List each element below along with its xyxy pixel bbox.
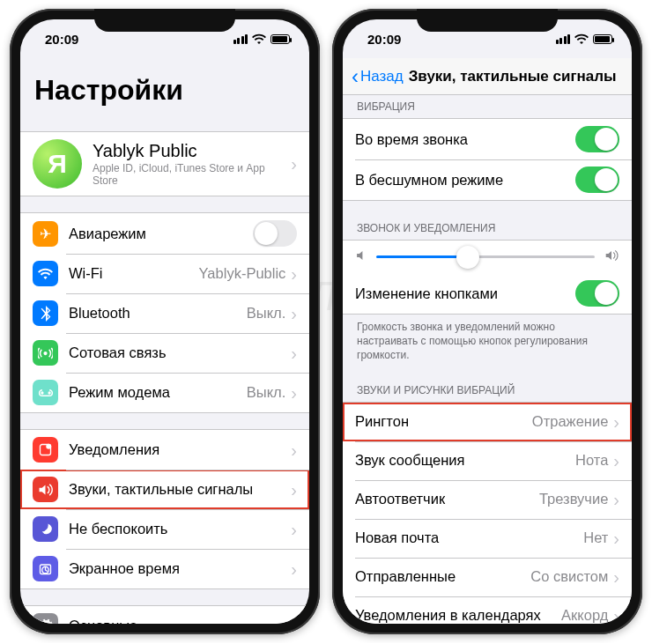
chevron-icon: ›: [613, 413, 619, 431]
airplane-icon: ✈: [33, 221, 58, 247]
volume-low-icon: [355, 249, 367, 264]
header-vibration: ВИБРАЦИЯ: [343, 95, 632, 118]
label-airplane: Авиарежим: [69, 226, 253, 242]
row-notifications[interactable]: Уведомления ›: [20, 430, 309, 470]
apple-id-row[interactable]: Я Yablyk Public Apple ID, iCloud, iTunes…: [20, 132, 309, 196]
svg-point-4: [46, 444, 51, 449]
label-vibrate-ring: Во время звонка: [355, 131, 575, 148]
dnd-icon: [33, 516, 58, 542]
airplane-toggle[interactable]: [253, 220, 297, 247]
row-text-tone[interactable]: Звук сообщения Нота ›: [343, 441, 632, 480]
row-screentime[interactable]: Экранное время ›: [20, 549, 309, 588]
row-airplane[interactable]: ✈ Авиарежим: [20, 213, 309, 254]
label-dnd: Не беспокоить: [69, 521, 291, 537]
row-new-mail[interactable]: Новая почта Нет ›: [343, 519, 632, 558]
label-vibrate-silent: В бесшумном режиме: [355, 172, 575, 189]
label-change-buttons: Изменение кнопками: [355, 285, 575, 302]
chevron-icon: ›: [613, 607, 619, 624]
toggle-change-buttons[interactable]: [575, 280, 619, 307]
chevron-icon: ›: [613, 491, 619, 508]
chevron-icon: ›: [291, 155, 297, 173]
volume-high-icon: [604, 249, 619, 264]
row-ringtone[interactable]: Рингтон Отражение ›: [343, 403, 632, 441]
status-time: 20:09: [367, 32, 401, 47]
chevron-icon: ›: [291, 344, 297, 362]
chevron-icon: ›: [291, 560, 297, 578]
label-sent: Отправленные: [355, 568, 530, 585]
value-voicemail: Трезвучие: [539, 491, 608, 507]
header-patterns: ЗВУКИ И РИСУНКИ ВИБРАЦИЙ: [343, 379, 632, 402]
settings-content[interactable]: Настройки Я Yablyk Public Apple ID, iClo…: [20, 58, 309, 624]
volume-slider-row[interactable]: [343, 241, 632, 273]
row-sounds[interactable]: Звуки, тактильные сигналы ›: [20, 470, 309, 509]
value-mail: Нет: [583, 529, 608, 546]
screen-left: 20:09 Настройки Я Yablyk Public Apple ID…: [20, 19, 309, 624]
avatar: Я: [33, 139, 82, 189]
label-cal: Уведомления в календарях: [355, 607, 561, 624]
cellular-icon: [33, 340, 58, 366]
value-ringtone: Отражение: [532, 413, 608, 430]
label-mail: Новая почта: [355, 529, 583, 546]
svg-point-2: [48, 391, 50, 394]
header-ringer: ЗВОНОК И УВЕДОМЛЕНИЯ: [343, 217, 632, 240]
toggle-vibrate-ring[interactable]: [575, 126, 619, 152]
value-sent: Со свистом: [530, 568, 608, 585]
label-general: Основные: [69, 618, 291, 624]
page-title: Настройки: [20, 58, 309, 115]
value-text: Нота: [575, 452, 608, 469]
label-cell: Сотовая связь: [69, 344, 291, 361]
value-hotspot: Выкл.: [247, 384, 285, 401]
label-bt: Bluetooth: [69, 305, 247, 322]
status-time: 20:09: [45, 32, 78, 47]
svg-point-0: [43, 351, 47, 354]
chevron-icon: ›: [291, 481, 297, 499]
status-right: [556, 33, 613, 44]
hotspot-icon: [33, 380, 58, 405]
notch: [417, 9, 558, 32]
cellular-icon: [556, 34, 571, 44]
row-bluetooth[interactable]: Bluetooth Выкл. ›: [20, 293, 309, 333]
phone-right: 20:09 ‹ Назад Звуки, тактильные сигналы …: [332, 9, 642, 634]
bluetooth-icon: [33, 300, 58, 326]
row-hotspot[interactable]: Режим модема Выкл. ›: [20, 373, 309, 412]
chevron-left-icon: ‹: [352, 64, 359, 89]
svg-point-1: [41, 391, 43, 394]
slider-thumb[interactable]: [456, 246, 479, 269]
apple-id-label: Yablyk Public Apple ID, iCloud, iTunes S…: [93, 141, 291, 187]
row-wifi[interactable]: Wi-Fi Yablyk-Public ›: [20, 254, 309, 293]
chevron-icon: ›: [291, 441, 297, 459]
chevron-icon: ›: [613, 568, 619, 586]
wifi-icon: [574, 33, 589, 44]
sounds-icon: [33, 477, 58, 502]
row-cellular[interactable]: Сотовая связь ›: [20, 333, 309, 373]
chevron-icon: ›: [613, 452, 619, 470]
row-calendar-alerts[interactable]: Уведомления в календарях Аккорд ›: [343, 596, 632, 624]
chevron-icon: ›: [613, 529, 619, 547]
row-vibrate-silent[interactable]: В бесшумном режиме: [343, 159, 632, 200]
nav-bar: ‹ Назад Звуки, тактильные сигналы: [343, 58, 632, 95]
row-voicemail[interactable]: Автоответчик Трезвучие ›: [343, 480, 632, 519]
back-button[interactable]: ‹ Назад: [352, 64, 404, 89]
status-right: [233, 33, 291, 44]
label-hotspot: Режим модема: [69, 384, 247, 401]
cellular-icon: [233, 34, 248, 44]
gear-icon: [33, 613, 58, 624]
row-vibrate-ring[interactable]: Во время звонка: [343, 119, 632, 159]
value-cal: Аккорд: [561, 607, 608, 624]
value-wifi: Yablyk-Public: [199, 265, 286, 282]
row-dnd[interactable]: Не беспокоить ›: [20, 509, 309, 549]
back-label: Назад: [360, 68, 404, 85]
label-sounds: Звуки, тактильные сигналы: [69, 481, 291, 498]
row-general[interactable]: Основные ›: [20, 606, 309, 624]
volume-slider[interactable]: [376, 255, 595, 258]
sounds-content[interactable]: ВИБРАЦИЯ Во время звонка В бесшумном реж…: [343, 95, 632, 624]
label-wifi: Wi-Fi: [69, 265, 199, 282]
label-screentime: Экранное время: [69, 560, 291, 577]
toggle-vibrate-silent[interactable]: [575, 167, 619, 193]
row-change-buttons[interactable]: Изменение кнопками: [343, 273, 632, 314]
screen-right: 20:09 ‹ Назад Звуки, тактильные сигналы …: [343, 19, 632, 624]
chevron-icon: ›: [291, 384, 297, 402]
row-sent-mail[interactable]: Отправленные Со свистом ›: [343, 558, 632, 596]
screentime-icon: [33, 556, 58, 581]
chevron-icon: ›: [291, 305, 297, 322]
